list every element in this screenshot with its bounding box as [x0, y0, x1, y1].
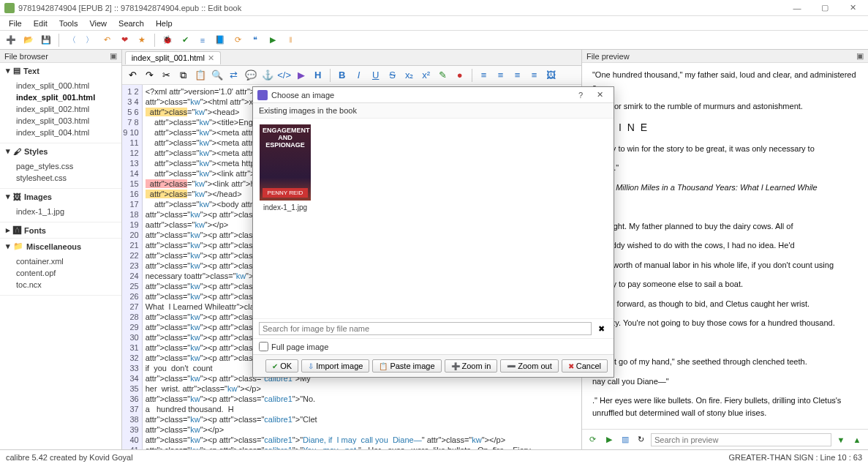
color-icon[interactable]: ✎ — [437, 69, 450, 82]
editor-tab[interactable]: index_split_001.html ✕ — [125, 51, 221, 64]
file-browser-close-icon[interactable]: ▣ — [110, 51, 117, 61]
open-icon[interactable]: 📂 — [22, 34, 35, 47]
reload-icon[interactable]: ↻ — [635, 433, 648, 446]
file-item[interactable]: index_split_003.html — [13, 115, 121, 127]
window-title: 9781942874904 [EPUB 2] :: 9781942874904.… — [18, 4, 786, 12]
paste-label: Paste image — [390, 362, 434, 370]
tab-close-icon[interactable]: ✕ — [208, 53, 214, 63]
bgcolor-icon[interactable]: ● — [453, 69, 467, 82]
prev-match-icon[interactable]: ▼ — [834, 433, 848, 446]
split-icon[interactable]: ▥ — [619, 433, 632, 446]
undo-global-icon[interactable]: ↶ — [100, 34, 113, 47]
zoom-out-button[interactable]: ➖Zoom out — [500, 359, 558, 373]
underline-icon[interactable]: U — [369, 69, 382, 82]
align-center-icon[interactable]: ≡ — [494, 69, 507, 82]
ok-button[interactable]: ✔OK — [265, 359, 298, 373]
tab-label: index_split_001.html — [132, 53, 205, 62]
full-page-checkbox[interactable] — [259, 342, 268, 351]
file-item[interactable]: index_split_002.html — [13, 103, 121, 115]
sync-icon[interactable]: ⟳ — [586, 433, 600, 446]
import-image-button[interactable]: ⇩Import image — [301, 359, 369, 373]
italic-icon[interactable]: I — [352, 69, 366, 82]
book-icon[interactable]: 📘 — [214, 34, 227, 47]
align-left-icon[interactable]: ≡ — [478, 69, 491, 82]
window-maximize-button[interactable]: ▢ — [814, 1, 836, 15]
star-icon[interactable]: ★ — [135, 34, 148, 47]
search-icon[interactable]: 🔍 — [211, 69, 224, 82]
section-misc[interactable]: ▾ 📁 Miscellaneous — [0, 239, 121, 254]
menu-view[interactable]: View — [85, 18, 111, 29]
play-preview-icon[interactable]: ▶ — [603, 433, 616, 446]
anchor-icon[interactable]: ⚓ — [261, 69, 274, 82]
superscript-icon[interactable]: x² — [420, 69, 433, 82]
section-text[interactable]: ▾ ▤ Text — [0, 63, 121, 78]
align-right-icon[interactable]: ≡ — [511, 69, 524, 82]
cancel-button[interactable]: ✖Cancel — [562, 359, 608, 373]
file-item[interactable]: index_split_000.html — [13, 80, 121, 91]
redo-icon[interactable]: ↷ — [143, 69, 156, 82]
section-styles[interactable]: ▾ 🖌 Styles — [0, 143, 121, 159]
zoom-in-button[interactable]: ➕Zoom in — [445, 359, 498, 373]
paste-icon[interactable]: 📋 — [194, 69, 207, 82]
next-match-icon[interactable]: ▲ — [850, 433, 864, 446]
check-icon[interactable]: ✔ — [178, 34, 192, 47]
window-minimize-button[interactable]: — — [786, 1, 808, 15]
bug-icon[interactable]: 🐞 — [161, 34, 174, 47]
full-page-checkbox-row[interactable]: Full page image — [253, 338, 614, 354]
brush-icon: 🖌 — [13, 147, 21, 156]
menu-search[interactable]: Search — [114, 18, 148, 29]
back-icon[interactable]: 〈 — [65, 34, 78, 47]
file-item[interactable]: content.opf — [13, 267, 121, 279]
file-item[interactable]: index_split_001.html — [13, 91, 121, 103]
menu-file[interactable]: File — [4, 18, 26, 29]
menu-tools[interactable]: Tools — [55, 18, 83, 29]
bookmark-icon[interactable]: ❤ — [118, 34, 131, 47]
styles-section-label: Styles — [24, 147, 48, 156]
preview-text: epped forward, as though to bid, and Cle… — [592, 298, 858, 310]
section-fonts[interactable]: ▸ 🅰 Fonts — [0, 222, 121, 238]
clear-search-icon[interactable]: ✖ — [595, 322, 608, 335]
menu-help[interactable]: Help — [151, 18, 177, 29]
preview-text: ." Her eyes were like bullets. On fire. … — [592, 394, 858, 419]
align-justify-icon[interactable]: ≡ — [528, 69, 541, 82]
heading-icon[interactable]: H — [312, 69, 325, 82]
zoomout-label: Zoom out — [518, 362, 551, 370]
file-item[interactable]: index-1_1.jpg — [13, 206, 121, 217]
file-preview-close-icon[interactable]: ▣ — [856, 51, 864, 61]
bold-icon[interactable]: B — [336, 69, 349, 82]
fonts-section-label: Fonts — [24, 226, 46, 235]
menu-edit[interactable]: Edit — [29, 18, 52, 29]
file-item[interactable]: page_styles.css — [13, 160, 121, 172]
file-item[interactable]: container.xml — [13, 255, 121, 267]
copy-icon[interactable]: ⧉ — [177, 69, 190, 82]
cut-icon[interactable]: ✂ — [160, 69, 173, 82]
compare-icon[interactable]: ⫴ — [284, 34, 297, 47]
replace-icon[interactable]: ⇄ — [227, 69, 241, 82]
preview-search-input[interactable] — [651, 433, 831, 446]
strike-icon[interactable]: S — [386, 69, 399, 82]
forward-icon[interactable]: 〉 — [83, 34, 96, 47]
play-icon[interactable]: ▶ — [266, 34, 279, 47]
toc-icon[interactable]: ≡ — [196, 34, 209, 47]
file-item[interactable]: index_split_004.html — [13, 127, 121, 138]
app-icon — [4, 3, 15, 13]
dialog-help-button[interactable]: ? — [571, 91, 590, 100]
subscript-icon[interactable]: x₂ — [403, 69, 416, 82]
dialog-close-button[interactable]: ✕ — [590, 90, 609, 100]
undo-icon[interactable]: ↶ — [127, 69, 140, 82]
refresh-icon[interactable]: ⟳ — [231, 34, 244, 47]
file-item[interactable]: toc.ncx — [13, 279, 121, 291]
new-file-icon[interactable]: ➕ — [4, 34, 18, 47]
file-item[interactable]: stylesheet.css — [13, 172, 121, 184]
section-images[interactable]: ▾ 🖼 Images — [0, 189, 121, 204]
quote-icon[interactable]: ❝ — [249, 34, 262, 47]
paste-image-button[interactable]: 📋Paste image — [372, 359, 441, 373]
image-thumbnail[interactable]: ENGAGEMENT AND ESPIONAGE PENNY REID inde… — [259, 124, 312, 212]
save-icon[interactable]: 💾 — [39, 34, 53, 47]
tag-icon[interactable]: ▶ — [295, 69, 308, 82]
code-icon[interactable]: </> — [278, 69, 291, 82]
comment-icon[interactable]: 💬 — [244, 69, 257, 82]
image-search-input[interactable] — [259, 322, 592, 335]
window-close-button[interactable]: ✕ — [842, 1, 864, 15]
image-insert-icon[interactable]: 🖼 — [545, 69, 558, 82]
